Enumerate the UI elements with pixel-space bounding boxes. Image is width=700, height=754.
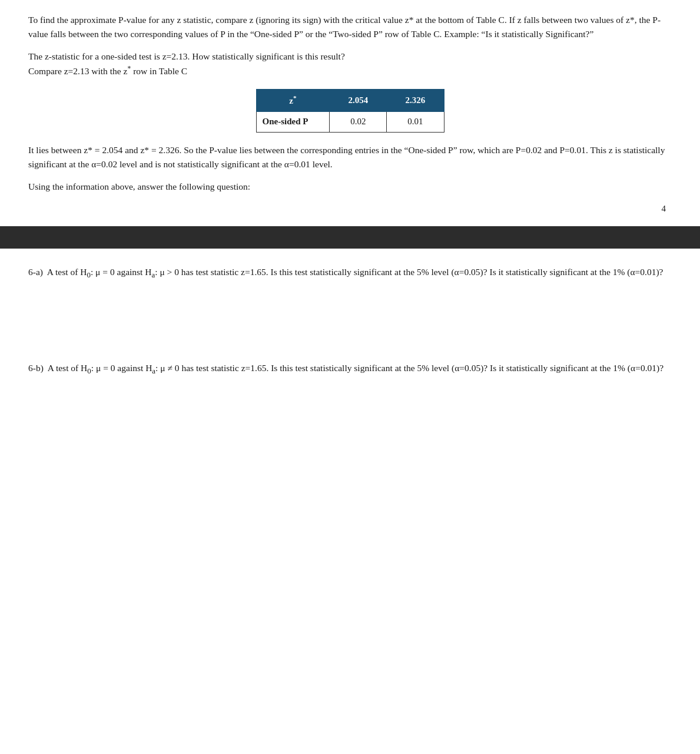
table-cell-p1: 0.02 xyxy=(330,112,387,132)
critical-value-table: z* 2.054 2.326 One-sided P 0.02 0.01 xyxy=(256,89,444,133)
instruction-text: Using the information above, answer the … xyxy=(28,181,250,191)
table-section: z* 2.054 2.326 One-sided P 0.02 0.01 xyxy=(28,89,672,133)
example-line2: Compare z=2.13 with the z* row in Table … xyxy=(28,64,672,78)
page-number: 4 xyxy=(28,202,672,216)
intro-paragraph: To find the approximate P-value for any … xyxy=(28,13,672,41)
question-6a: 6-a) A test of H0: μ = 0 against Ha: μ >… xyxy=(28,265,672,281)
table-header-zstar: z* xyxy=(256,90,330,112)
question-6b-text: 6-b) A test of H0: μ = 0 against Ha: μ ≠… xyxy=(28,363,663,373)
spacer-6a xyxy=(28,290,672,361)
table-header-val2: 2.326 xyxy=(387,90,444,112)
question-6b: 6-b) A test of H0: μ = 0 against Ha: μ ≠… xyxy=(28,361,672,377)
page-bottom-section: 6-a) A test of H0: μ = 0 against Ha: μ >… xyxy=(0,249,700,377)
question-6a-text: 6-a) A test of H0: μ = 0 against Ha: μ >… xyxy=(28,267,663,277)
instruction-paragraph: Using the information above, answer the … xyxy=(28,180,672,194)
table-cell-p2: 0.01 xyxy=(387,112,444,132)
example-line1: The z-statistic for a one-sided test is … xyxy=(28,49,672,64)
explanation-text: It lies between z* = 2.054 and z* = 2.32… xyxy=(28,145,665,169)
intro-text: To find the approximate P-value for any … xyxy=(28,15,661,39)
page-top-section: To find the approximate P-value for any … xyxy=(0,0,700,216)
explanation-paragraph: It lies between z* = 2.054 and z* = 2.32… xyxy=(28,143,672,171)
example-paragraph: The z-statistic for a one-sided test is … xyxy=(28,49,672,78)
page-divider xyxy=(0,226,700,249)
page-number-value: 4 xyxy=(662,204,666,213)
table-row-label: One-sided P xyxy=(256,112,330,132)
table-header-val1: 2.054 xyxy=(330,90,387,112)
